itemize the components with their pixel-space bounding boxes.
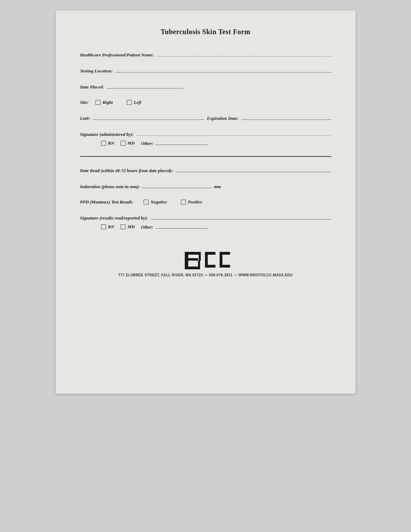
induration-row: Induration (please note in mm): mm	[80, 183, 331, 190]
healthcare-name-input[interactable]	[157, 52, 331, 56]
results-md-checkbox[interactable]	[121, 224, 125, 229]
admin-other-label: Other:	[141, 141, 153, 146]
date-read-input[interactable]	[176, 167, 331, 172]
college-logo: BRISTOL COMMUNITY COLLEGE	[174, 247, 237, 272]
induration-input[interactable]	[142, 183, 212, 188]
signature-results-input[interactable]	[151, 215, 331, 219]
testing-location-group: Testing Location:	[80, 68, 331, 74]
signature-admin-group: Signature (administered by): RN MD Other…	[80, 131, 331, 146]
form-page: Tuberculosis Skin Test Form Healthcare P…	[56, 10, 356, 394]
results-rn-checkbox[interactable]	[101, 224, 106, 229]
negative-checkbox[interactable]	[144, 200, 149, 205]
healthcare-name-row: Healthcare Professional/Patient Name:	[80, 52, 331, 58]
svg-rect-1	[188, 252, 199, 255]
admin-rn-label: RN	[108, 140, 114, 146]
results-md-item: MD	[121, 224, 135, 230]
negative-label: Negative	[151, 199, 167, 205]
ppd-group: PPD (Mantoux) Test Result: Negative Posi…	[80, 199, 331, 205]
induration-group: Induration (please note in mm): mm	[80, 183, 331, 190]
right-checkbox[interactable]	[96, 100, 100, 105]
sig-admin-checkboxes-row: RN MD Other:	[80, 140, 331, 146]
lot-input[interactable]	[93, 115, 204, 120]
lot-expiry-group: Lot#: Expiration Date:	[80, 115, 331, 121]
testing-location-label: Testing Location:	[80, 68, 113, 74]
positive-checkbox[interactable]	[181, 200, 186, 205]
healthcare-name-group: Healthcare Professional/Patient Name:	[80, 52, 331, 58]
svg-rect-2	[188, 258, 198, 261]
lot-expiry-row: Lot#: Expiration Date:	[80, 115, 331, 121]
results-rn-item: RN	[101, 224, 114, 230]
svg-rect-3	[188, 267, 199, 269]
testing-location-row: Testing Location:	[80, 68, 331, 74]
site-group: Site: Right Left	[80, 100, 331, 105]
ppd-label: PPD (Mantoux) Test Result:	[80, 199, 133, 205]
lot-label: Lot#:	[80, 116, 90, 121]
admin-md-label: MD	[128, 140, 135, 146]
left-checkbox-item: Left	[127, 100, 142, 105]
signature-admin-row: Signature (administered by):	[80, 131, 331, 137]
expiration-label: Expiration Date:	[207, 116, 239, 121]
admin-md-item: MD	[121, 140, 135, 146]
expiration-input[interactable]	[241, 115, 331, 120]
date-read-group: Date Read (within 48-72 hours from date …	[80, 167, 331, 174]
negative-item: Negative	[144, 199, 167, 205]
admin-rn-item: RN	[101, 140, 114, 146]
signature-results-row: Signature (results read/reported by):	[80, 215, 331, 221]
results-rn-label: RN	[108, 224, 114, 230]
signature-admin-label: Signature (administered by):	[80, 132, 134, 137]
mm-label: mm	[214, 184, 221, 190]
induration-label: Induration (please note in mm):	[80, 184, 140, 190]
right-label: Right	[102, 100, 113, 105]
logo-container: BRISTOL COMMUNITY COLLEGE 777 ELSBREE ST…	[80, 247, 331, 277]
left-checkbox[interactable]	[127, 100, 132, 105]
date-placed-input[interactable]	[107, 84, 183, 88]
svg-rect-8	[205, 265, 215, 268]
testing-location-input[interactable]	[115, 68, 331, 72]
date-read-label: Date Read (within 48-72 hours from date …	[80, 168, 173, 174]
site-label: Site:	[80, 100, 89, 105]
college-address: 777 ELSBREE STREET, FALL RIVER, MA 02723…	[118, 273, 293, 277]
right-checkbox-item: Right	[96, 100, 113, 105]
admin-rn-checkbox[interactable]	[101, 141, 106, 146]
positive-label: Positive	[188, 199, 203, 205]
expiry-section: Expiration Date:	[207, 115, 331, 121]
date-read-row: Date Read (within 48-72 hours from date …	[80, 167, 331, 174]
svg-rect-0	[185, 252, 188, 269]
left-label: Left	[134, 100, 142, 105]
signature-results-label: Signature (results read/reported by):	[80, 215, 148, 221]
site-row: Site: Right Left	[80, 100, 331, 105]
admin-other-input[interactable]	[155, 140, 208, 145]
results-other-input[interactable]	[155, 224, 208, 229]
sig-results-checkboxes-row: RN MD Other:	[80, 224, 331, 230]
page-title: Tuberculosis Skin Test Form	[80, 28, 331, 36]
date-placed-label: Date Placed:	[80, 84, 104, 90]
signature-results-group: Signature (results read/reported by): RN…	[80, 215, 331, 230]
svg-rect-4	[199, 252, 201, 261]
positive-item: Positive	[181, 199, 203, 205]
section-divider	[80, 156, 331, 157]
date-placed-group: Date Placed:	[80, 84, 331, 90]
logo-section: BRISTOL COMMUNITY COLLEGE 777 ELSBREE ST…	[80, 247, 331, 277]
svg-rect-11	[220, 265, 230, 268]
admin-other-section: Other:	[141, 140, 208, 146]
signature-admin-input[interactable]	[136, 131, 331, 136]
svg-rect-5	[198, 261, 200, 269]
ppd-row: PPD (Mantoux) Test Result: Negative Posi…	[80, 199, 331, 205]
results-md-label: MD	[128, 224, 135, 230]
results-other-section: Other:	[141, 224, 208, 230]
healthcare-name-label: Healthcare Professional/Patient Name:	[80, 52, 154, 58]
lot-section: Lot#:	[80, 115, 204, 121]
date-placed-row: Date Placed:	[80, 84, 331, 90]
admin-md-checkbox[interactable]	[121, 141, 125, 146]
results-other-label: Other:	[141, 224, 153, 230]
